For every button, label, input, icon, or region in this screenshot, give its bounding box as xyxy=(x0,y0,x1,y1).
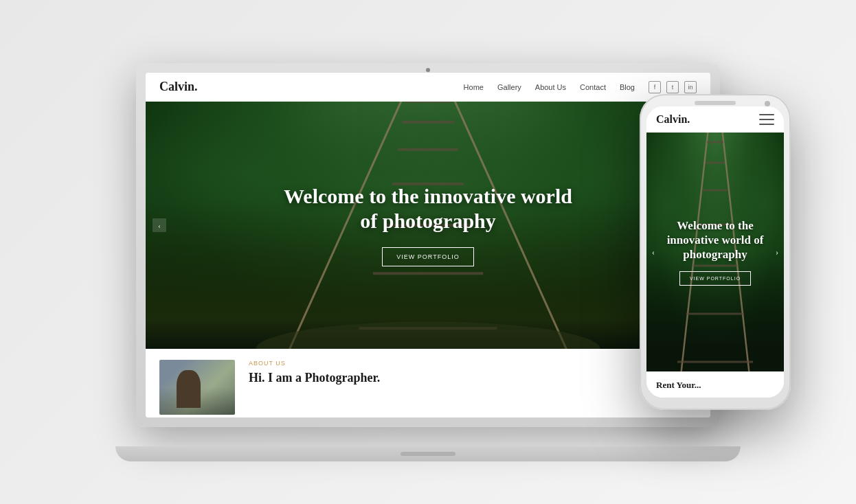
phone-nav: Calvin. xyxy=(646,106,784,133)
nav-about[interactable]: About Us xyxy=(535,83,566,91)
facebook-icon[interactable]: f xyxy=(649,81,661,93)
menu-line-3 xyxy=(759,124,774,125)
phone-screen: Calvin. xyxy=(646,106,784,398)
site-nav-links: Home Gallery About Us Contact Blog xyxy=(464,83,635,91)
site-social: f t in xyxy=(649,81,697,93)
hero-text-block: Welcome to the innovative world of photo… xyxy=(273,184,583,233)
phone-body: Calvin. xyxy=(640,94,791,410)
phone-hero-title: Welcome to the innovative world of photo… xyxy=(660,218,770,262)
phone-logo: Calvin. xyxy=(656,113,690,126)
laptop-device: Calvin. Home Gallery About Us Contact Bl… xyxy=(136,63,720,461)
phone-camera-dot xyxy=(765,101,770,106)
scene: Calvin. Home Gallery About Us Contact Bl… xyxy=(0,0,856,504)
about-label: ABOUT US xyxy=(249,360,380,367)
hero-title: Welcome to the innovative world of photo… xyxy=(273,184,583,233)
phone-below-fold: Rent Your... xyxy=(646,371,784,398)
menu-line-2 xyxy=(759,119,774,120)
laptop-camera xyxy=(426,68,430,72)
hamburger-menu-icon[interactable] xyxy=(759,114,774,125)
about-title: Hi. I am a Photographer. xyxy=(249,371,380,385)
hero-prev-button[interactable]: ‹ xyxy=(153,218,166,232)
phone-hero-prev-button[interactable]: ‹ xyxy=(652,247,655,257)
nav-contact[interactable]: Contact xyxy=(580,83,606,91)
site-nav: Calvin. Home Gallery About Us Contact Bl… xyxy=(146,73,710,102)
laptop-screen: Calvin. Home Gallery About Us Contact Bl… xyxy=(146,73,710,417)
phone-view-portfolio-button[interactable]: VIEW PORTFOLIO xyxy=(679,271,751,286)
phone-hero-next-button[interactable]: › xyxy=(776,247,778,257)
phone-hero: ‹ › Welcome to the innovative world of p… xyxy=(646,133,784,371)
svg-point-7 xyxy=(256,321,600,349)
site-below-fold: ABOUT US Hi. I am a Photographer. xyxy=(146,349,710,417)
phone-device: Calvin. xyxy=(640,94,791,410)
nav-home[interactable]: Home xyxy=(464,83,484,91)
laptop-body: Calvin. Home Gallery About Us Contact Bl… xyxy=(136,63,720,427)
twitter-icon[interactable]: t xyxy=(666,81,679,93)
about-text-block: ABOUT US Hi. I am a Photographer. xyxy=(249,360,380,406)
linkedin-icon[interactable]: in xyxy=(684,81,697,93)
phone-notch xyxy=(695,101,736,105)
nav-gallery[interactable]: Gallery xyxy=(497,83,521,91)
phone-below-title: Rent Your... xyxy=(656,380,701,390)
site-logo: Calvin. xyxy=(159,80,198,94)
view-portfolio-button[interactable]: VIEW PORTFOLIO xyxy=(382,247,473,266)
site-hero: ‹ Welcome to the innovative world of pho… xyxy=(146,102,710,349)
nav-blog[interactable]: Blog xyxy=(620,83,635,91)
about-image xyxy=(159,360,235,415)
menu-line-1 xyxy=(759,114,774,115)
laptop-base xyxy=(115,446,741,461)
phone-hero-text-block: Welcome to the innovative world of photo… xyxy=(646,218,784,262)
